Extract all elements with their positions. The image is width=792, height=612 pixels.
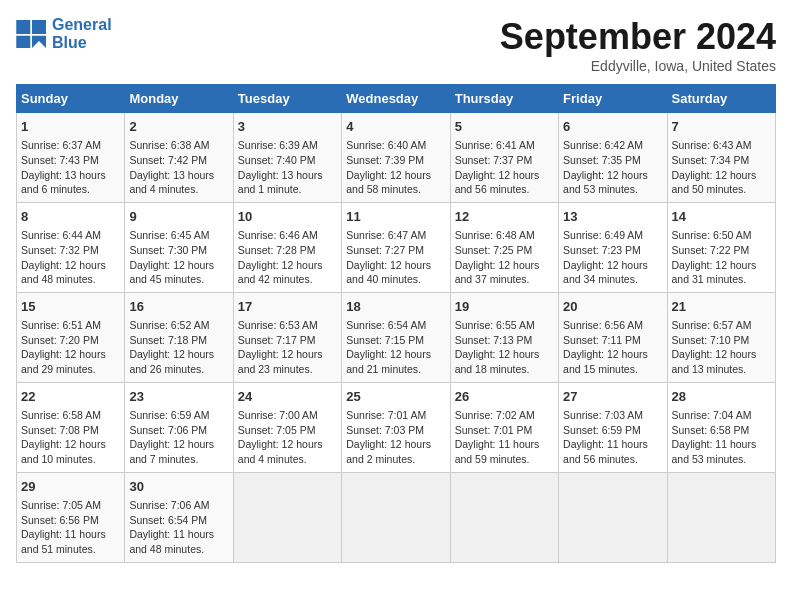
cell-info-line: Sunset: 7:37 PM bbox=[455, 153, 554, 168]
cell-info-line: Daylight: 12 hours and 29 minutes. bbox=[21, 347, 120, 376]
cell-info-line: Sunrise: 6:59 AM bbox=[129, 408, 228, 423]
title-block: September 2024 Eddyville, Iowa, United S… bbox=[500, 16, 776, 74]
cell-info-line: Sunrise: 7:06 AM bbox=[129, 498, 228, 513]
logo: General Blue bbox=[16, 16, 112, 51]
calendar-cell: 18Sunrise: 6:54 AMSunset: 7:15 PMDayligh… bbox=[342, 292, 450, 382]
cell-info-line: Sunrise: 7:02 AM bbox=[455, 408, 554, 423]
calendar-cell: 26Sunrise: 7:02 AMSunset: 7:01 PMDayligh… bbox=[450, 382, 558, 472]
cell-info-line: Sunset: 7:13 PM bbox=[455, 333, 554, 348]
header-tuesday: Tuesday bbox=[233, 85, 341, 113]
location-subtitle: Eddyville, Iowa, United States bbox=[500, 58, 776, 74]
logo-general: General bbox=[52, 16, 112, 34]
day-number: 22 bbox=[21, 388, 120, 406]
cell-info-line: Daylight: 11 hours and 51 minutes. bbox=[21, 527, 120, 556]
cell-info-line: Sunset: 7:34 PM bbox=[672, 153, 771, 168]
day-number: 4 bbox=[346, 118, 445, 136]
cell-info-line: Sunset: 7:10 PM bbox=[672, 333, 771, 348]
logo-icon bbox=[16, 20, 48, 48]
header-friday: Friday bbox=[559, 85, 667, 113]
cell-info-line: Sunset: 7:20 PM bbox=[21, 333, 120, 348]
cell-info-line: Daylight: 12 hours and 23 minutes. bbox=[238, 347, 337, 376]
month-year-title: September 2024 bbox=[500, 16, 776, 58]
cell-info-line: Daylight: 12 hours and 18 minutes. bbox=[455, 347, 554, 376]
header-wednesday: Wednesday bbox=[342, 85, 450, 113]
svg-rect-2 bbox=[16, 35, 30, 47]
day-number: 28 bbox=[672, 388, 771, 406]
calendar-cell: 4Sunrise: 6:40 AMSunset: 7:39 PMDaylight… bbox=[342, 113, 450, 203]
header-monday: Monday bbox=[125, 85, 233, 113]
calendar-cell: 17Sunrise: 6:53 AMSunset: 7:17 PMDayligh… bbox=[233, 292, 341, 382]
cell-info-line: Sunrise: 6:44 AM bbox=[21, 228, 120, 243]
calendar-cell: 27Sunrise: 7:03 AMSunset: 6:59 PMDayligh… bbox=[559, 382, 667, 472]
calendar-cell: 14Sunrise: 6:50 AMSunset: 7:22 PMDayligh… bbox=[667, 202, 775, 292]
calendar-cell: 21Sunrise: 6:57 AMSunset: 7:10 PMDayligh… bbox=[667, 292, 775, 382]
cell-info-line: Sunrise: 6:46 AM bbox=[238, 228, 337, 243]
day-number: 17 bbox=[238, 298, 337, 316]
calendar-cell bbox=[342, 472, 450, 562]
day-number: 24 bbox=[238, 388, 337, 406]
cell-info-line: Sunset: 7:28 PM bbox=[238, 243, 337, 258]
cell-info-line: Daylight: 12 hours and 4 minutes. bbox=[238, 437, 337, 466]
page-header: General Blue September 2024 Eddyville, I… bbox=[16, 16, 776, 74]
day-number: 9 bbox=[129, 208, 228, 226]
cell-info-line: Sunset: 7:27 PM bbox=[346, 243, 445, 258]
cell-info-line: Daylight: 12 hours and 48 minutes. bbox=[21, 258, 120, 287]
cell-info-line: Sunrise: 6:50 AM bbox=[672, 228, 771, 243]
cell-info-line: Daylight: 13 hours and 1 minute. bbox=[238, 168, 337, 197]
cell-info-line: Sunrise: 7:00 AM bbox=[238, 408, 337, 423]
cell-info-line: Sunset: 7:06 PM bbox=[129, 423, 228, 438]
cell-info-line: Sunset: 7:08 PM bbox=[21, 423, 120, 438]
cell-info-line: Sunrise: 6:47 AM bbox=[346, 228, 445, 243]
day-number: 21 bbox=[672, 298, 771, 316]
cell-info-line: Daylight: 13 hours and 4 minutes. bbox=[129, 168, 228, 197]
cell-info-line: Sunrise: 6:37 AM bbox=[21, 138, 120, 153]
calendar-cell: 10Sunrise: 6:46 AMSunset: 7:28 PMDayligh… bbox=[233, 202, 341, 292]
calendar-cell: 22Sunrise: 6:58 AMSunset: 7:08 PMDayligh… bbox=[17, 382, 125, 472]
cell-info-line: Sunset: 7:30 PM bbox=[129, 243, 228, 258]
cell-info-line: Sunrise: 6:41 AM bbox=[455, 138, 554, 153]
cell-info-line: Sunset: 7:35 PM bbox=[563, 153, 662, 168]
calendar-cell: 16Sunrise: 6:52 AMSunset: 7:18 PMDayligh… bbox=[125, 292, 233, 382]
cell-info-line: Sunrise: 6:51 AM bbox=[21, 318, 120, 333]
cell-info-line: Sunrise: 6:48 AM bbox=[455, 228, 554, 243]
cell-info-line: Sunset: 7:25 PM bbox=[455, 243, 554, 258]
day-number: 10 bbox=[238, 208, 337, 226]
calendar-cell: 7Sunrise: 6:43 AMSunset: 7:34 PMDaylight… bbox=[667, 113, 775, 203]
day-number: 5 bbox=[455, 118, 554, 136]
day-number: 27 bbox=[563, 388, 662, 406]
day-number: 19 bbox=[455, 298, 554, 316]
day-number: 20 bbox=[563, 298, 662, 316]
cell-info-line: Sunset: 7:32 PM bbox=[21, 243, 120, 258]
cell-info-line: Sunrise: 6:43 AM bbox=[672, 138, 771, 153]
calendar-cell: 6Sunrise: 6:42 AMSunset: 7:35 PMDaylight… bbox=[559, 113, 667, 203]
day-number: 3 bbox=[238, 118, 337, 136]
day-number: 2 bbox=[129, 118, 228, 136]
cell-info-line: Daylight: 12 hours and 31 minutes. bbox=[672, 258, 771, 287]
cell-info-line: Sunset: 7:01 PM bbox=[455, 423, 554, 438]
cell-info-line: Sunset: 7:42 PM bbox=[129, 153, 228, 168]
day-number: 25 bbox=[346, 388, 445, 406]
cell-info-line: Sunset: 7:39 PM bbox=[346, 153, 445, 168]
day-number: 15 bbox=[21, 298, 120, 316]
day-number: 30 bbox=[129, 478, 228, 496]
cell-info-line: Sunset: 7:22 PM bbox=[672, 243, 771, 258]
calendar-cell: 3Sunrise: 6:39 AMSunset: 7:40 PMDaylight… bbox=[233, 113, 341, 203]
day-number: 7 bbox=[672, 118, 771, 136]
cell-info-line: Daylight: 12 hours and 53 minutes. bbox=[563, 168, 662, 197]
day-number: 12 bbox=[455, 208, 554, 226]
calendar-cell: 23Sunrise: 6:59 AMSunset: 7:06 PMDayligh… bbox=[125, 382, 233, 472]
cell-info-line: Sunrise: 6:39 AM bbox=[238, 138, 337, 153]
cell-info-line: Sunset: 6:56 PM bbox=[21, 513, 120, 528]
day-number: 29 bbox=[21, 478, 120, 496]
calendar-cell: 25Sunrise: 7:01 AMSunset: 7:03 PMDayligh… bbox=[342, 382, 450, 472]
cell-info-line: Sunrise: 7:03 AM bbox=[563, 408, 662, 423]
cell-info-line: Daylight: 11 hours and 53 minutes. bbox=[672, 437, 771, 466]
cell-info-line: Sunrise: 6:49 AM bbox=[563, 228, 662, 243]
logo-blue: Blue bbox=[52, 34, 112, 52]
cell-info-line: Daylight: 12 hours and 56 minutes. bbox=[455, 168, 554, 197]
calendar-cell: 13Sunrise: 6:49 AMSunset: 7:23 PMDayligh… bbox=[559, 202, 667, 292]
cell-info-line: Sunrise: 6:52 AM bbox=[129, 318, 228, 333]
calendar-cell: 11Sunrise: 6:47 AMSunset: 7:27 PMDayligh… bbox=[342, 202, 450, 292]
svg-rect-1 bbox=[32, 20, 46, 34]
cell-info-line: Daylight: 13 hours and 6 minutes. bbox=[21, 168, 120, 197]
